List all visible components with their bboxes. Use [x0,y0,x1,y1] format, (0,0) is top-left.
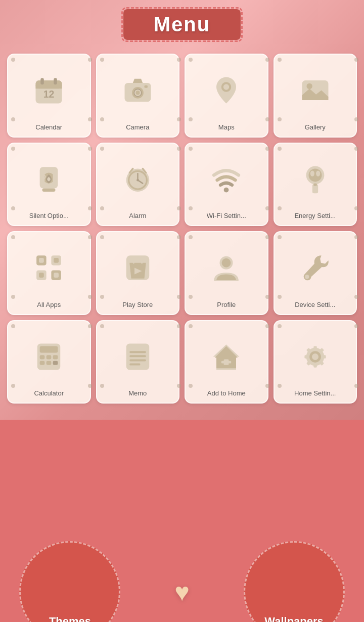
energy-label: Energy Setti... [294,212,336,220]
svg-rect-35 [54,258,59,263]
calculator-icon [11,326,87,388]
svg-rect-58 [221,361,232,364]
svg-rect-4 [54,78,58,85]
app-grid: 12 Calendar Camera Maps [0,49,364,409]
svg-point-23 [224,188,229,193]
homesettings-label: Home Settin... [294,389,336,397]
svg-rect-34 [39,258,44,263]
svg-rect-29 [313,184,317,186]
svg-rect-49 [53,361,58,365]
memo-label: Memo [128,389,147,397]
svg-rect-2 [36,85,62,89]
devicesettings-icon [278,237,353,299]
wifi-label: Wi-Fi Settin... [207,212,246,220]
wifi-icon [189,149,264,210]
calendar-tile[interactable]: 12 Calendar [7,54,91,138]
camera-tile[interactable]: Camera [96,54,180,138]
memo-tile[interactable]: Memo [96,320,180,404]
themes-label: Themes [49,615,91,622]
wallpapers-circle: Wallpapers [244,541,345,622]
alarm-icon [100,149,176,210]
gallery-tile[interactable]: Gallery [274,54,357,138]
svg-rect-44 [40,355,45,359]
svg-point-22 [136,179,139,182]
svg-rect-46 [53,355,58,359]
calendar-label: Calendar [35,123,62,131]
home-nav-center[interactable]: ♥ [140,577,224,622]
svg-rect-45 [47,355,52,359]
addtohome-icon [189,326,264,388]
svg-rect-65 [323,355,326,359]
calculator-label: Calculator [34,389,64,397]
svg-rect-51 [129,351,146,353]
playstore-label: Play Store [122,301,153,309]
gallery-label: Gallery [305,123,326,131]
header-background: Menu [123,9,241,40]
svg-rect-64 [304,355,308,359]
svg-rect-36 [39,273,44,278]
svg-rect-52 [129,355,146,357]
themes-nav-item[interactable]: Themes [0,541,140,622]
camera-icon [100,60,176,121]
playstore-tile[interactable]: Play Store [96,231,180,315]
maps-icon [189,60,264,121]
profile-icon [189,237,264,299]
calculator-tile[interactable]: Calculator [7,320,91,404]
alarm-label: Alarm [129,212,146,220]
devicesettings-label: Device Setti... [295,301,335,309]
addtohome-label: Add to Home [207,389,246,397]
silent-icon [11,149,87,210]
svg-rect-43 [40,346,58,352]
svg-rect-63 [313,364,317,368]
svg-point-27 [316,170,320,176]
svg-rect-10 [144,85,148,88]
homesettings-tile[interactable]: Home Settin... [274,320,357,404]
svg-point-14 [306,83,312,89]
silent-tile[interactable]: Silent Optio... [7,143,91,227]
maps-tile[interactable]: Maps [185,54,268,138]
svg-point-9 [135,91,140,95]
svg-rect-54 [129,363,140,365]
themes-circle: Themes [19,541,120,622]
silent-label: Silent Optio... [29,212,69,220]
allapps-tile[interactable]: All Apps [7,231,91,315]
svg-text:12: 12 [43,89,55,100]
svg-point-41 [305,275,309,279]
calendar-icon: 12 [11,60,87,121]
svg-rect-16 [42,188,56,192]
page-title: Menu [154,13,210,35]
svg-point-61 [312,353,318,360]
devicesettings-tile[interactable]: Device Setti... [274,231,357,315]
header: Menu [0,0,364,46]
svg-rect-47 [40,361,45,365]
wallpapers-nav-item[interactable]: Wallpapers [224,541,364,622]
svg-rect-3 [41,78,44,85]
playstore-icon [100,237,176,299]
svg-rect-53 [129,359,146,361]
heart-icon: ♥ [174,577,190,607]
gallery-icon [278,60,353,121]
memo-icon [100,326,176,388]
wallpapers-label: Wallpapers [264,615,324,622]
energy-tile[interactable]: Energy Setti... [274,143,357,227]
svg-point-26 [310,170,314,176]
profile-tile[interactable]: Profile [185,231,268,315]
energy-icon [278,149,353,210]
alarm-tile[interactable]: Alarm [96,143,180,227]
allapps-icon [11,237,87,299]
svg-rect-62 [313,346,317,349]
svg-point-25 [308,168,322,182]
maps-label: Maps [218,123,235,131]
profile-label: Profile [217,301,236,309]
camera-label: Camera [126,123,149,131]
svg-point-12 [223,84,229,90]
svg-rect-37 [54,273,59,278]
allapps-label: All Apps [37,301,61,309]
wifi-tile[interactable]: Wi-Fi Settin... [185,143,268,227]
bottom-navigation: Themes ♥ Wallpapers [0,516,364,622]
svg-rect-48 [47,361,52,365]
svg-point-40 [222,258,231,268]
addtohome-tile[interactable]: Add to Home [185,320,268,404]
homesettings-icon [278,326,353,388]
